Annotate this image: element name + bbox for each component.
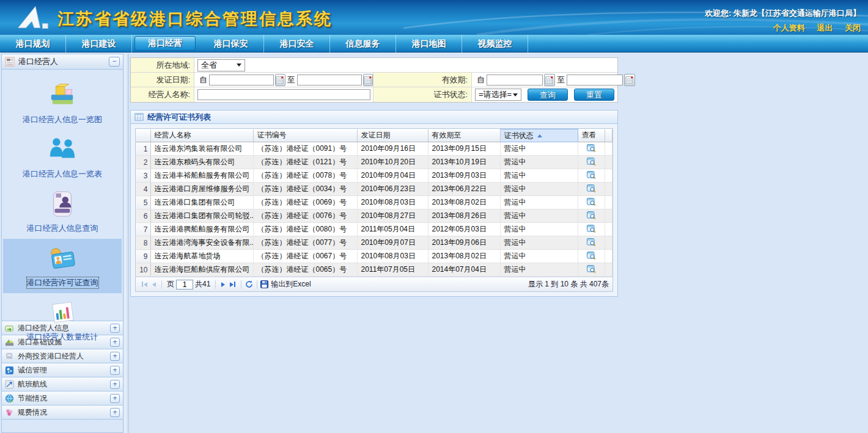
table-row[interactable]: 10连云港海巨船舶供应有限公司（苏连）港经证（0065）号2011年07月05日…: [136, 263, 612, 277]
view-record-icon[interactable]: [587, 238, 596, 247]
grid-body: 1连云港东鸿集装箱有限公司（苏连）港经证（0091）号2010年09月16日20…: [136, 142, 612, 277]
calendar-icon[interactable]: [624, 74, 635, 86]
sidebar-section-5[interactable]: 航班航线+: [2, 377, 123, 391]
cell-name: 连云港港口房屋维修服务公司: [150, 183, 253, 196]
column-header-5[interactable]: 证书状态: [500, 129, 578, 142]
issue-date-label: 发证日期:: [131, 73, 194, 87]
view-record-icon[interactable]: [587, 264, 596, 274]
sidebar-section-2[interactable]: 港口基础设施+: [2, 335, 123, 349]
table-row[interactable]: 3连云港丰裕船舶服务有限公司（苏连）港经证（0078）号2010年09月04日2…: [136, 169, 612, 183]
first-page-button[interactable]: [142, 282, 147, 287]
view-record-icon[interactable]: [587, 197, 596, 206]
prev-page-button[interactable]: [152, 282, 156, 287]
profile-link[interactable]: 个人资料: [773, 23, 805, 32]
calendar-icon[interactable]: [363, 74, 373, 86]
sidebar-item-1[interactable]: 港口经营人信息一览图: [3, 76, 122, 130]
filler-cell: [605, 156, 612, 169]
table-row[interactable]: 5连云港港口集团有限公司（苏连）港经证（0069）号2010年08月03日201…: [136, 196, 612, 209]
nav-tab-1[interactable]: 港口规划: [0, 35, 66, 53]
expand-section-button[interactable]: +: [110, 380, 120, 389]
logout-link[interactable]: 退出: [817, 23, 833, 32]
refresh-icon[interactable]: [245, 280, 254, 289]
column-header-label: 经营人名称: [155, 131, 191, 139]
column-header-1[interactable]: 经营人名称: [150, 129, 253, 142]
nav-tab-5[interactable]: 港口安全: [264, 35, 330, 53]
sidebar-section-7[interactable]: 规费情况+: [2, 406, 123, 420]
sidebar-item-label: 港口经营许可证查询: [27, 277, 98, 288]
nav-tabs: 港口规划港口建设港口经营港口保安港口安全信息服务港口地图视频监控: [0, 35, 868, 53]
issue-date-to-input[interactable]: [297, 75, 362, 86]
certificate-table: 经营人名称证书编号发证日期有效期至证书状态查看 1连云港东鸿集装箱有限公司（苏连…: [136, 129, 612, 277]
column-header-3[interactable]: 发证日期: [357, 129, 428, 142]
expand-section-button[interactable]: +: [110, 324, 120, 333]
column-header-4[interactable]: 有效期至: [428, 129, 500, 142]
sidebar-item-3[interactable]: 港口经营人信息查询: [3, 184, 122, 239]
table-row[interactable]: 2连云港东粮码头有限公司（苏连）港经证（0121）号2010年10月20日201…: [136, 156, 612, 169]
sidebar-item-4[interactable]: 港口经营许可证查询: [3, 239, 122, 293]
export-excel-button[interactable]: 输出到Excel: [260, 279, 311, 289]
sidebar-item-2[interactable]: 港口经营人信息一览表: [3, 130, 122, 184]
row-number-cell: 2: [136, 156, 150, 169]
view-record-icon[interactable]: [587, 251, 596, 260]
sidebar-section-6[interactable]: 节能情况+: [2, 391, 123, 406]
nav-tab-3[interactable]: 港口经营: [134, 36, 196, 51]
nav-tab-2[interactable]: 港口建设: [66, 35, 132, 53]
view-record-icon[interactable]: [587, 157, 596, 166]
expand-section-button[interactable]: +: [110, 352, 120, 361]
view-record-icon[interactable]: [587, 170, 596, 180]
route-icon: [5, 380, 14, 389]
cert-status-select[interactable]: =请选择=: [475, 89, 521, 101]
validity-to-input[interactable]: [567, 75, 623, 86]
expand-section-button[interactable]: +: [110, 408, 120, 417]
row-number-cell: 1: [136, 142, 150, 156]
expand-section-button[interactable]: +: [110, 366, 120, 375]
nav-tab-8[interactable]: 视频监控: [462, 35, 528, 53]
expand-section-button[interactable]: +: [110, 394, 120, 403]
reset-button[interactable]: 重置: [574, 89, 614, 101]
nav-tab-7[interactable]: 港口地图: [396, 35, 462, 53]
column-header-2[interactable]: 证书编号: [253, 129, 357, 142]
sidebar-splitter[interactable]: [125, 54, 129, 433]
people-handshake-icon: [48, 136, 76, 164]
view-record-icon[interactable]: [587, 224, 596, 233]
sidebar-section-label: 港口基础设施: [18, 337, 110, 347]
certificate-grid: 经营人名称证书编号发证日期有效期至证书状态查看 1连云港东鸿集装箱有限公司（苏连…: [135, 128, 613, 292]
certificate-list-panel: 经营许可证书列表 经营人名称证书编号发证日期有效期至证书状态查看 1连云港东鸿集…: [130, 110, 618, 297]
view-record-icon[interactable]: [587, 144, 596, 153]
table-row[interactable]: 4连云港港口房屋维修服务公司（苏连）港经证（0034）号2010年06月23日2…: [136, 183, 612, 196]
table-row[interactable]: 6连云港港口集团有限公司轮驳...（苏连）港经证（0076）号2010年08月2…: [136, 209, 612, 223]
issue-date-from-input[interactable]: [209, 75, 274, 86]
cell-name: 连云港丰裕船舶服务有限公司: [150, 169, 253, 183]
table-row[interactable]: 1连云港东鸿集装箱有限公司（苏连）港经证（0091）号2010年09月16日20…: [136, 142, 612, 156]
table-row[interactable]: 7连云港港腾船舶服务有限公司（苏连）港经证（0080）号2011年05月04日2…: [136, 223, 612, 236]
calendar-icon[interactable]: [275, 74, 285, 86]
validity-from-input[interactable]: [487, 75, 543, 86]
table-row[interactable]: 8连云港港湾海事安全设备有限...（苏连）港经证（0077）号2010年09月0…: [136, 236, 612, 250]
last-page-button[interactable]: [230, 282, 235, 287]
sidebar-section-3[interactable]: 外商投资港口经营人+: [2, 349, 123, 363]
close-link[interactable]: 关闭: [845, 23, 861, 32]
view-record-icon[interactable]: [587, 184, 596, 193]
operator-name-input[interactable]: [197, 89, 370, 100]
calendar-icon[interactable]: [544, 74, 555, 86]
cell-cert-no: （苏连）港经证（0091）号: [253, 142, 357, 156]
nav-tab-4[interactable]: 港口保安: [198, 35, 264, 53]
view-record-icon[interactable]: [587, 211, 596, 220]
collapse-panel-button[interactable]: −: [109, 57, 120, 67]
row-number-cell: 3: [136, 169, 150, 183]
row-number-cell: 9: [136, 250, 150, 263]
region-select[interactable]: 全省: [197, 59, 245, 71]
table-row[interactable]: 9连云港海航基地货场（苏连）港经证（0067）号2010年08月03日2013年…: [136, 250, 612, 263]
row-number-cell: 6: [136, 209, 150, 223]
query-button[interactable]: 查询: [528, 89, 568, 101]
pager-divider: [161, 280, 162, 289]
sidebar-section-4[interactable]: 诚信管理+: [2, 363, 123, 377]
page-number-input[interactable]: [176, 280, 193, 289]
column-header-6[interactable]: 查看: [578, 129, 605, 142]
total-pages-label: 共41: [195, 279, 210, 289]
cell-name: 连云港东粮码头有限公司: [150, 156, 253, 169]
nav-tab-6[interactable]: 信息服务: [330, 35, 396, 53]
sidebar-panel-header[interactable]: 港口经营人 −: [2, 54, 123, 70]
expand-section-button[interactable]: +: [110, 338, 120, 347]
next-page-button[interactable]: [221, 282, 225, 287]
